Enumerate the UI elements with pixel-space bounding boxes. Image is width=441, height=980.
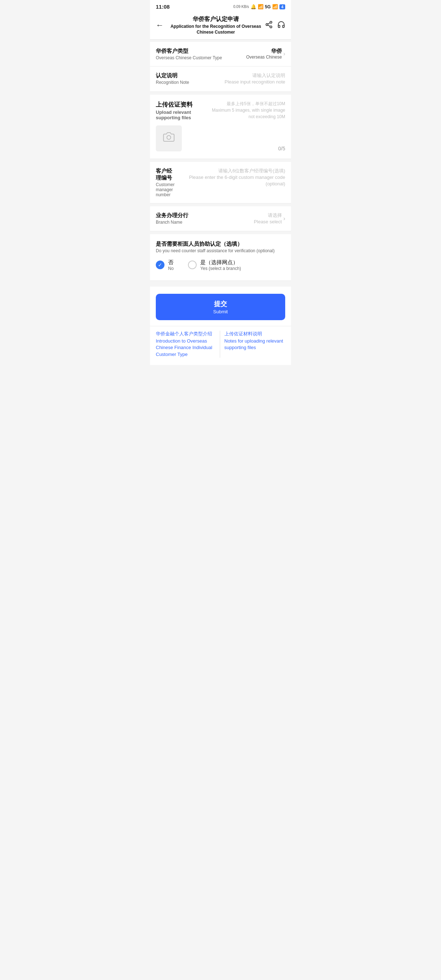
battery-indicator: 4 bbox=[279, 4, 285, 10]
headset-icon[interactable] bbox=[277, 21, 285, 30]
svg-line-4 bbox=[268, 23, 270, 24]
branch-name-label: 业务办理分行 Branch Name bbox=[156, 212, 188, 225]
page-header: ← 华侨客户认定申请 Application for the Recogniti… bbox=[150, 12, 291, 40]
customer-type-value[interactable]: 华侨 Overseas Chinese › bbox=[246, 48, 285, 60]
manager-number-label: 客户经理编号 Customer manager number bbox=[156, 168, 175, 197]
radio-option-yes[interactable]: 是（选择网点） Yes (select a branch) bbox=[188, 259, 241, 271]
radio-circle-yes bbox=[188, 261, 197, 269]
counter-question-en: Do you need counter staff assistance for… bbox=[156, 248, 285, 253]
upload-section: 上传佐证资料 Upload relevant supporting files … bbox=[150, 95, 291, 159]
chevron-right-icon: › bbox=[283, 51, 285, 57]
customer-type-row[interactable]: 华侨客户类型 Overseas Chinese Customer Type 华侨… bbox=[150, 42, 291, 67]
customer-type-label: 华侨客户类型 Overseas Chinese Customer Type bbox=[156, 48, 246, 60]
upload-header: 上传佐证资料 Upload relevant supporting files … bbox=[156, 100, 285, 120]
checkmark-icon: ✓ bbox=[158, 262, 162, 267]
link-row: 华侨金融个人客户类型介绍 Introduction to Overseas Ch… bbox=[150, 326, 291, 365]
recognition-note-label: 认定说明 Recognition Note bbox=[156, 72, 224, 85]
radio-label-yes: 是（选择网点） Yes (select a branch) bbox=[200, 259, 241, 271]
status-icons: 0.09 KB/s 🔔 📶 5G 📶 4 bbox=[234, 4, 285, 10]
branch-chevron-icon: › bbox=[283, 215, 285, 222]
submit-button[interactable]: 提交 Submit bbox=[156, 294, 285, 320]
link-intro[interactable]: 华侨金融个人客户类型介绍 Introduction to Overseas Ch… bbox=[156, 331, 220, 358]
svg-line-3 bbox=[268, 25, 270, 26]
upload-thumb-button[interactable] bbox=[156, 126, 182, 151]
network-speed: 0.09 KB/s bbox=[234, 5, 249, 9]
header-title-cn: 华侨客户认定申请 bbox=[167, 16, 265, 23]
submit-label-en: Submit bbox=[213, 309, 228, 314]
camera-icon bbox=[163, 131, 175, 145]
back-button[interactable]: ← bbox=[156, 19, 167, 32]
radio-group: ✓ 否 No 是（选择网点） Yes (select a branch) bbox=[156, 259, 285, 271]
radio-label-no: 否 No bbox=[168, 259, 174, 271]
counter-question-cn: 是否需要柜面人员协助认定（选填） bbox=[156, 241, 285, 248]
header-actions bbox=[265, 21, 285, 30]
link-upload-notes[interactable]: 上传佐证材料说明 Notes for uploading relevant su… bbox=[220, 331, 285, 358]
svg-point-5 bbox=[167, 135, 171, 140]
upload-count: 0/5 bbox=[279, 146, 285, 151]
signal2-icon: 📶 bbox=[272, 4, 278, 10]
upload-label: 上传佐证资料 Upload relevant supporting files bbox=[156, 100, 207, 120]
radio-option-no[interactable]: ✓ 否 No bbox=[156, 259, 174, 271]
recognition-note-row[interactable]: 认定说明 Recognition Note 请输入认定说明 Please inp… bbox=[150, 67, 291, 91]
submit-label-cn: 提交 bbox=[214, 299, 227, 308]
upload-hint: 最多上传5张，单张不超过10M Maximum 5 images, with s… bbox=[207, 100, 285, 120]
signal-icon: 📶 bbox=[258, 4, 264, 10]
manager-number-placeholder: 请输入6位数客户经理编号(选填) Please enter the 6-digi… bbox=[175, 168, 285, 188]
header-title-en: Application for the Recognition of Overs… bbox=[167, 24, 265, 35]
radio-circle-no: ✓ bbox=[156, 261, 164, 269]
counter-staff-section: 是否需要柜面人员协助认定（选填） Do you need counter sta… bbox=[150, 234, 291, 281]
header-title: 华侨客户认定申请 Application for the Recognition… bbox=[167, 16, 265, 35]
branch-name-value[interactable]: 请选择 Please select › bbox=[254, 212, 285, 225]
status-bar: 11:08 0.09 KB/s 🔔 📶 5G 📶 4 bbox=[150, 0, 291, 12]
manager-number-row[interactable]: 客户经理编号 Customer manager number 请输入6位数客户经… bbox=[150, 162, 291, 204]
notification-icon: 🔔 bbox=[250, 4, 256, 10]
status-time: 11:08 bbox=[156, 3, 170, 10]
branch-name-row[interactable]: 业务办理分行 Branch Name 请选择 Please select › bbox=[150, 206, 291, 231]
upload-area: 0/5 bbox=[156, 126, 285, 151]
network-type: 5G bbox=[265, 4, 271, 10]
share-icon[interactable] bbox=[265, 21, 273, 30]
submit-area: 提交 Submit bbox=[150, 286, 291, 326]
recognition-note-placeholder: 请输入认定说明 Please input recognition note bbox=[224, 72, 285, 85]
